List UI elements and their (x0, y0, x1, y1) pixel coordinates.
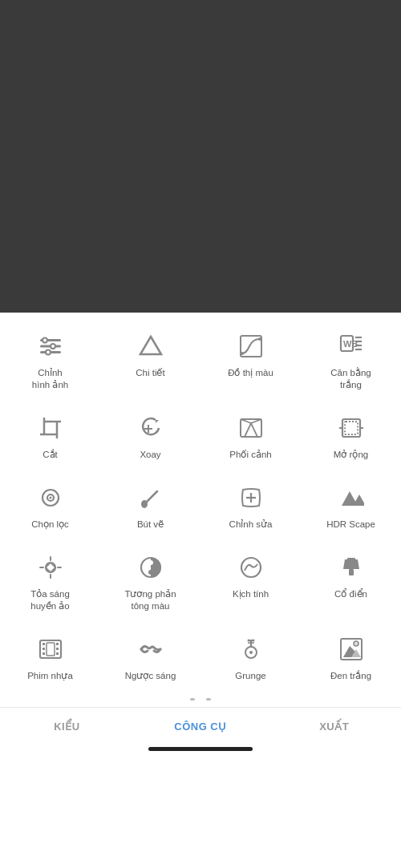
svg-rect-59 (47, 643, 55, 656)
svg-rect-49 (349, 569, 354, 575)
tool-toa-sang[interactable]: Tỏa sánghuyền ảo (0, 542, 100, 624)
svg-marker-6 (140, 337, 161, 354)
tool-chinh-sua[interactable]: Chỉnh sửa (200, 472, 301, 542)
svg-point-3 (43, 338, 47, 343)
svg-point-35 (141, 500, 148, 508)
selective-icon (34, 482, 67, 514)
tool-hdr-scape-label: HDR Scape (326, 519, 375, 531)
noir-icon (135, 633, 167, 665)
tool-tuong-phan-label: Tương phảntông màu (124, 588, 176, 612)
tool-xoay-label: Xoay (140, 449, 160, 461)
svg-line-34 (146, 491, 157, 503)
tool-but-ve[interactable]: Bút vẽ (100, 472, 200, 542)
svg-point-70 (354, 641, 358, 646)
dot-1 (190, 698, 195, 700)
dot-2 (206, 698, 211, 700)
tool-phoi-canh[interactable]: Phối cảnh (200, 402, 301, 472)
triangle-icon (135, 330, 167, 362)
tool-co-dien[interactable]: Cổ điển (301, 542, 401, 624)
svg-point-48 (241, 558, 261, 577)
nav-cong-cu[interactable]: CÔNG CỤ (134, 717, 268, 739)
svg-point-40 (46, 563, 55, 572)
curve-icon (235, 330, 267, 362)
hdr-icon (335, 482, 367, 514)
svg-rect-57 (56, 648, 59, 650)
tool-chi-tiet[interactable]: Chi tiết (100, 321, 200, 402)
scroll-indicator (0, 693, 401, 702)
expand-icon (335, 412, 367, 444)
tools-panel: Chỉnhhình ảnh Chi tiết Đồ thị màu (0, 313, 401, 751)
tool-co-dien-label: Cổ điển (334, 588, 367, 600)
film-icon (34, 633, 67, 665)
tools-grid: Chỉnhhình ảnh Chi tiết Đồ thị màu (0, 313, 401, 693)
svg-rect-51 (347, 558, 355, 561)
bw-icon (335, 633, 367, 665)
tool-mo-rong[interactable]: Mở rộng (301, 402, 401, 472)
svg-rect-55 (43, 652, 45, 655)
svg-rect-53 (43, 643, 45, 645)
nav-kieu[interactable]: KIỂU (0, 717, 134, 739)
drama-icon (235, 551, 267, 583)
tool-nguoc-sang-label: Ngược sáng (125, 670, 176, 682)
tool-nguoc-sang[interactable]: Ngược sáng (100, 624, 200, 693)
tool-grunge-label: Grunge (235, 670, 265, 682)
nav-xuat[interactable]: XUẤT (267, 717, 401, 739)
svg-text:WB: WB (343, 339, 358, 349)
svg-rect-28 (345, 422, 358, 434)
svg-rect-56 (56, 643, 59, 645)
tool-phoi-canh-label: Phối cảnh (229, 449, 271, 461)
svg-point-9 (258, 337, 261, 341)
svg-point-65 (247, 639, 249, 641)
rotate-icon (135, 412, 167, 444)
tool-den-trang[interactable]: Đen trắng (301, 624, 401, 693)
svg-point-47 (148, 570, 153, 575)
tool-kich-tinh[interactable]: Kịch tính (200, 542, 301, 624)
svg-point-4 (51, 344, 55, 349)
wb-icon: WB (335, 330, 367, 362)
brush-icon (135, 482, 167, 514)
tool-phim-nhua-label: Phim nhựa (27, 670, 73, 682)
tool-kich-tinh-label: Kịch tính (233, 588, 269, 600)
tool-den-trang-label: Đen trắng (330, 670, 371, 682)
svg-point-5 (46, 350, 51, 355)
tool-toa-sang-label: Tỏa sánghuyền ảo (30, 588, 70, 612)
tool-tuong-phan[interactable]: Tương phảntông màu (100, 542, 200, 624)
bottom-navigation: KIỂU CÔNG CỤ XUẤT (0, 707, 401, 742)
svg-rect-54 (43, 648, 45, 650)
svg-point-63 (249, 651, 253, 654)
healing-icon (235, 482, 267, 514)
svg-marker-20 (156, 420, 159, 423)
tool-chi-tiet-label: Chi tiết (136, 367, 164, 379)
image-preview (0, 0, 401, 313)
tool-chon-loc-label: Chọn lọc (31, 519, 69, 531)
tool-cat-label: Cắt (43, 449, 58, 461)
svg-marker-24 (245, 423, 257, 437)
vintage-icon (335, 551, 367, 583)
home-indicator (148, 747, 253, 751)
tool-chinh-hinh-anh-label: Chỉnhhình ảnh (32, 367, 68, 391)
svg-point-8 (241, 352, 244, 355)
tool-but-ve-label: Bút vẽ (137, 519, 164, 531)
tool-mo-rong-label: Mở rộng (334, 449, 368, 461)
tool-cat[interactable]: Cắt (0, 402, 100, 472)
tool-can-bang-trang[interactable]: WB Cân bằngtrắng (301, 321, 401, 402)
grunge-icon (235, 633, 267, 665)
svg-rect-58 (56, 652, 59, 655)
svg-point-66 (252, 639, 254, 641)
tool-phim-nhua[interactable]: Phim nhựa (0, 624, 100, 693)
tool-do-thi-mau[interactable]: Đồ thị màu (200, 321, 301, 402)
svg-point-46 (148, 560, 153, 565)
tool-do-thi-mau-label: Đồ thị màu (228, 367, 273, 379)
svg-point-33 (49, 496, 51, 499)
tool-chon-loc[interactable]: Chọn lọc (0, 472, 100, 542)
glamour-icon (34, 551, 67, 583)
sliders-icon (34, 330, 67, 362)
tool-xoay[interactable]: Xoay (100, 402, 200, 472)
tool-chinh-sua-label: Chỉnh sửa (229, 519, 273, 531)
tool-chinh-hinh-anh[interactable]: Chỉnhhình ảnh (0, 321, 100, 402)
tool-can-bang-trang-label: Cân bằngtrắng (330, 367, 371, 391)
tool-hdr-scape[interactable]: HDR Scape (301, 472, 401, 542)
perspective-icon (235, 412, 267, 444)
tool-grunge[interactable]: Grunge (200, 624, 301, 693)
tonal-icon (135, 551, 167, 583)
